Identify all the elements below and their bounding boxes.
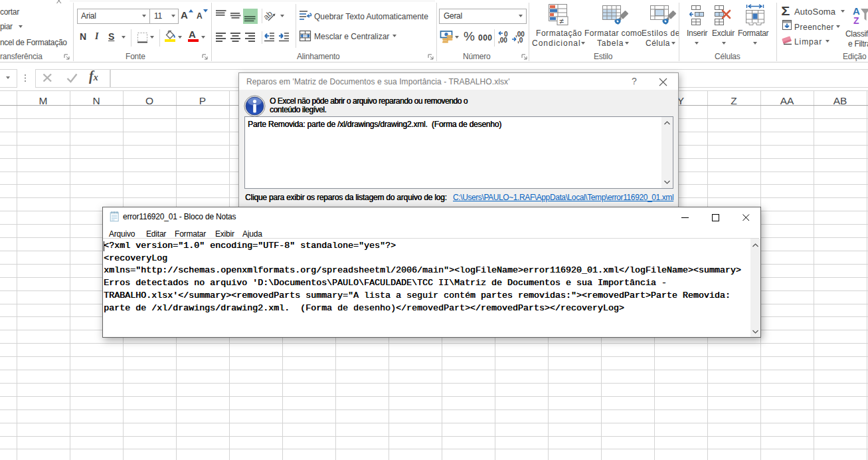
svg-text:ab: ab — [262, 9, 275, 22]
svg-text:≠: ≠ — [560, 17, 564, 26]
svg-text:,0: ,0 — [517, 37, 523, 44]
svg-text:,00: ,00 — [498, 37, 507, 44]
